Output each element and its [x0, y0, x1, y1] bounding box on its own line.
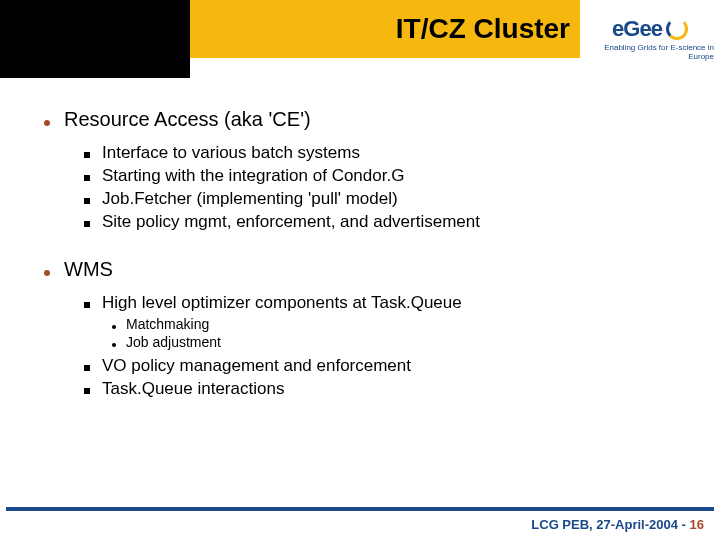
list-item: Job.Fetcher (implementing 'pull' model)	[84, 189, 676, 209]
sub-sub-list: Matchmaking Job adjustment	[112, 316, 676, 350]
list-item: Interface to various batch systems	[84, 143, 676, 163]
item-text: Job adjustment	[126, 334, 221, 350]
section-heading: Resource Access (aka 'CE')	[44, 108, 676, 131]
list-item: VO policy management and enforcement	[84, 356, 676, 376]
sub-list: Interface to various batch systems Start…	[84, 143, 676, 232]
header-black-box	[0, 0, 190, 78]
globe-icon	[666, 18, 688, 40]
item-text: Site policy mgmt, enforcement, and adver…	[102, 212, 480, 232]
section-title: WMS	[64, 258, 113, 281]
item-text: VO policy management and enforcement	[102, 356, 411, 376]
bullet-icon	[44, 120, 50, 126]
list-item: Site policy mgmt, enforcement, and adver…	[84, 212, 676, 232]
section-heading: WMS	[44, 258, 676, 281]
item-text: Job.Fetcher (implementing 'pull' model)	[102, 189, 398, 209]
list-item: High level optimizer components at Task.…	[84, 293, 676, 313]
slide-footer: LCG PEB, 27-April-2004 - 16	[0, 507, 720, 540]
section-wms: WMS High level optimizer components at T…	[44, 258, 676, 399]
list-item: Task.Queue interactions	[84, 379, 676, 399]
item-text: Task.Queue interactions	[102, 379, 284, 399]
list-item: Matchmaking	[112, 316, 676, 332]
list-item: Job adjustment	[112, 334, 676, 350]
logo-letters: eGee	[612, 16, 662, 42]
item-text: High level optimizer components at Task.…	[102, 293, 462, 313]
logo-tagline: Enabling Grids for E-science in Europe	[586, 44, 714, 62]
square-bullet-icon	[84, 221, 90, 227]
slide-header: IT/CZ Cluster eGee Enabling Grids for E-…	[0, 0, 720, 78]
section-resource-access: Resource Access (aka 'CE') Interface to …	[44, 108, 676, 232]
square-bullet-icon	[84, 388, 90, 394]
page-number: 16	[690, 517, 704, 532]
sub-list: High level optimizer components at Task.…	[84, 293, 676, 399]
slide-content: Resource Access (aka 'CE') Interface to …	[0, 78, 720, 399]
list-item: Starting with the integration of Condor.…	[84, 166, 676, 186]
square-bullet-icon	[84, 152, 90, 158]
square-bullet-icon	[84, 198, 90, 204]
dot-bullet-icon	[112, 325, 116, 329]
item-text: Matchmaking	[126, 316, 209, 332]
egee-logo: eGee Enabling Grids for E-science in Eur…	[580, 0, 720, 78]
footer-text: LCG PEB, 27-April-2004 - 16	[0, 511, 720, 540]
square-bullet-icon	[84, 302, 90, 308]
square-bullet-icon	[84, 175, 90, 181]
section-title: Resource Access (aka 'CE')	[64, 108, 311, 131]
item-text: Interface to various batch systems	[102, 143, 360, 163]
slide-title: IT/CZ Cluster	[396, 13, 570, 45]
logo-main: eGee	[612, 16, 688, 42]
dot-bullet-icon	[112, 343, 116, 347]
footer-label: LCG PEB, 27-April-2004 -	[531, 517, 689, 532]
item-text: Starting with the integration of Condor.…	[102, 166, 404, 186]
bullet-icon	[44, 270, 50, 276]
square-bullet-icon	[84, 365, 90, 371]
